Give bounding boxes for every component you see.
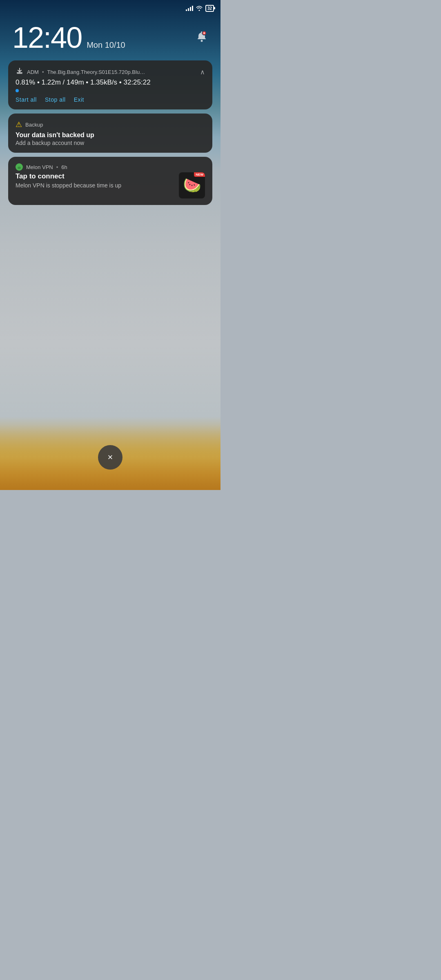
clock-area: 12:40 Mon 10/10 [0, 15, 220, 56]
wifi-icon [196, 5, 203, 11]
backup-header: ⚠ Backup [16, 120, 205, 129]
download-app-name: ADM [27, 69, 39, 75]
clock-time: 12:40 [12, 23, 82, 52]
melon-icon: 🍉 [183, 177, 201, 194]
download-actions: Start all Stop all Exit [16, 96, 205, 103]
close-icon: × [108, 453, 113, 462]
vpn-text: Tap to connect Melon VPN is stopped beca… [16, 172, 179, 189]
new-badge: NEW [194, 172, 205, 177]
download-filename: The.Big.Bang.Theory.S01E15.720p.BluRay(M… [47, 69, 145, 75]
svg-point-2 [18, 167, 21, 169]
status-icons: 32 [186, 5, 214, 12]
download-notif-header: ADM • The.Big.Bang.Theory.S01E15.720p.Bl… [16, 67, 205, 77]
progress-indicator [16, 89, 19, 92]
vpn-app-name: Melon VPN [26, 164, 53, 170]
clock-left: 12:40 Mon 10/10 [12, 23, 125, 52]
download-notification[interactable]: ADM • The.Big.Bang.Theory.S01E15.720p.Bl… [8, 60, 212, 109]
expand-icon[interactable]: ∧ [200, 68, 205, 76]
vpn-title: Tap to connect [16, 172, 179, 180]
backup-notification[interactable]: ⚠ Backup Your data isn't backed up Add a… [8, 114, 212, 153]
signal-strength-icon [186, 5, 193, 11]
warning-icon: ⚠ [16, 120, 22, 129]
vpn-header: Melon VPN • 6h [16, 163, 205, 171]
vpn-notification[interactable]: Melon VPN • 6h Tap to connect Melon VPN … [8, 157, 212, 205]
vpn-content: Tap to connect Melon VPN is stopped beca… [16, 172, 205, 198]
vpn-subtitle: Melon VPN is stopped because time is up [16, 182, 179, 189]
exit-button[interactable]: Exit [74, 96, 84, 103]
backup-app-name: Backup [25, 122, 43, 128]
stop-all-button[interactable]: Stop all [45, 96, 66, 103]
bottom-area: × [0, 425, 220, 490]
notifications-area: ADM • The.Big.Bang.Theory.S01E15.720p.Bl… [0, 56, 220, 209]
clock-date: Mon 10/10 [87, 40, 125, 50]
notification-bell-icon[interactable] [195, 30, 208, 46]
backup-title: Your data isn't backed up [16, 131, 205, 139]
svg-point-0 [201, 40, 203, 42]
status-bar: 32 [0, 0, 220, 15]
download-stats: 0.81% • 1.22m / 149m • 1.35kB/s • 32:25:… [16, 78, 205, 87]
backup-subtitle: Add a backup account now [16, 140, 205, 146]
download-icon [16, 67, 24, 77]
battery-indicator: 32 [205, 5, 214, 12]
vpn-app-icon [16, 163, 23, 171]
clear-notifications-button[interactable]: × [98, 445, 122, 470]
vpn-time-ago: 6h [61, 164, 67, 170]
vpn-thumbnail: 🍉 NEW [179, 172, 205, 198]
start-all-button[interactable]: Start all [16, 96, 37, 103]
